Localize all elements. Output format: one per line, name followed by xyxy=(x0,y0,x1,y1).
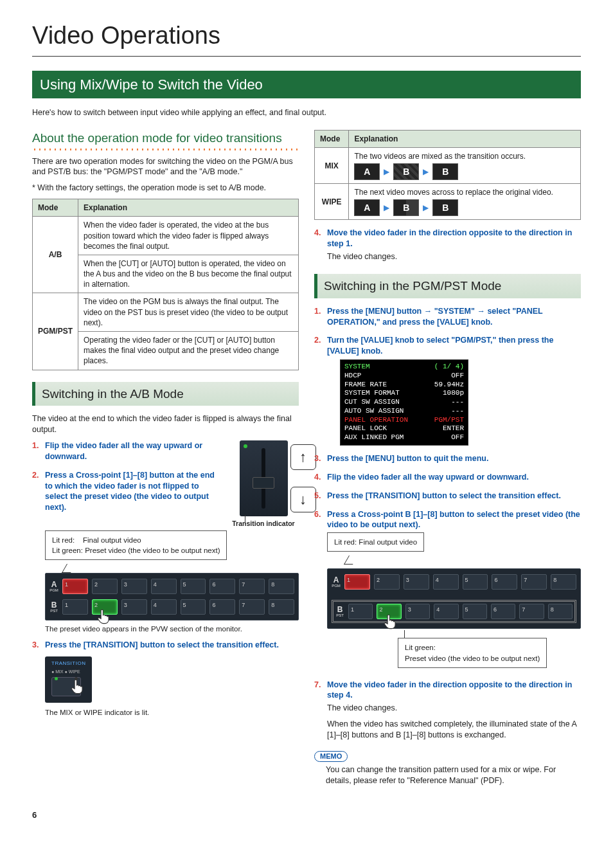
operation-mode-footnote: With the factory settings, the operation… xyxy=(32,183,299,194)
crosspoint-panel-ab: APGM 1 2 3 4 5 6 7 8 BPST 1 2 3 4 5 xyxy=(45,573,299,620)
crosspoint-a7-button[interactable]: 7 xyxy=(521,574,547,590)
transition-panel: TRANSITION ● MIX ● WIPE xyxy=(45,656,92,703)
table-header-explanation: Explanation xyxy=(349,130,581,147)
fader-caption: Transition indicator xyxy=(228,519,299,528)
frame-b: B xyxy=(432,199,458,216)
crosspoint-panel-pgm: APGM 1 2 3 4 5 6 7 8 BPST 1 xyxy=(327,568,581,629)
step-text: Flip the video fader all the way upward … xyxy=(327,473,529,482)
crosspoint-b5-button[interactable]: 5 xyxy=(181,599,206,615)
table-cell-wipe: WIPE xyxy=(315,184,349,220)
step-4: Move the video fader in the direction op… xyxy=(314,228,581,262)
triangle-icon: ▶ xyxy=(384,203,389,213)
crosspoint-b8-button[interactable]: 8 xyxy=(548,604,573,619)
crosspoint-a3-button[interactable]: 3 xyxy=(121,579,147,594)
crosspoint-b6-button[interactable]: 6 xyxy=(209,599,235,615)
step-text: Press the [TRANSITION] button to select … xyxy=(327,491,561,500)
menu-title: SYSTEM xyxy=(344,363,370,370)
pgm-step-6: Press a Cross-point B [1]–[8] button to … xyxy=(314,509,581,672)
crosspoint-a4-button[interactable]: 4 xyxy=(433,574,459,590)
operation-mode-paragraph: There are two operation modes for switch… xyxy=(32,156,299,178)
step-body: The video changes. xyxy=(327,251,581,262)
memo-badge: MEMO xyxy=(314,751,348,762)
crosspoint-a5-button[interactable]: 5 xyxy=(181,579,206,594)
legend-red-value: Final output video xyxy=(83,536,141,544)
section-heading: Using Mix/Wipe to Switch the Video xyxy=(32,71,581,98)
page-number: 6 xyxy=(32,809,581,821)
legend-green-label: Lit green: xyxy=(52,547,83,554)
legend-box-green: Lit green: Preset video (the video to be… xyxy=(398,638,547,667)
leader-line xyxy=(344,556,358,565)
crosspoint-b4-button[interactable]: 4 xyxy=(434,604,458,619)
crosspoint-a8-button[interactable]: 8 xyxy=(269,579,294,594)
crosspoint-a3-button[interactable]: 3 xyxy=(404,574,429,590)
frame-a: A xyxy=(354,199,380,216)
crosspoint-b2-button[interactable]: 2 xyxy=(92,599,118,615)
step-text: Turn the [VALUE] knob to select "PGM/PST… xyxy=(327,336,553,356)
mix-led-icon xyxy=(55,677,58,680)
ab-mode-intro: The video at the end to which the video … xyxy=(32,413,299,435)
legend-green-value: Preset video (the video to be output nex… xyxy=(85,547,220,554)
row-label-b: BPST xyxy=(335,606,344,617)
pgm-step-1: Press the [MENU] button → "SYSTEM" → sel… xyxy=(314,306,581,328)
legend-green-value: Preset video (the video to be output nex… xyxy=(405,653,540,664)
legend-box: Lit red: Final output video Lit green: P… xyxy=(45,530,227,560)
crosspoint-b1-button[interactable]: 1 xyxy=(348,604,373,619)
step-text: Press the [MENU] button to quit the menu… xyxy=(327,454,488,463)
wipe-led-icon xyxy=(75,677,78,680)
crosspoint-a6-button[interactable]: 6 xyxy=(492,574,517,590)
row-label-b: BPST xyxy=(49,601,58,613)
triangle-icon: ▶ xyxy=(423,203,429,213)
crosspoint-a7-button[interactable]: 7 xyxy=(239,579,265,594)
menu-page: ( 1/ 4) xyxy=(434,363,464,372)
mix-diagram: A ▶ B ▶ B xyxy=(354,163,575,180)
pgm-step-4: Flip the video fader all the way upward … xyxy=(314,472,581,483)
transition-label: TRANSITION xyxy=(51,660,85,667)
pgm-step-2: Turn the [VALUE] knob to select "PGM/PST… xyxy=(314,335,581,446)
crosspoint-a5-button[interactable]: 5 xyxy=(463,574,488,590)
subheading-ab-mode: Switching in the A/B Mode xyxy=(32,382,299,406)
crosspoint-b4-button[interactable]: 4 xyxy=(151,599,177,615)
after-transition-text: The MIX or WIPE indicator is lit. xyxy=(45,708,299,718)
leader-line xyxy=(62,564,76,573)
subheading-operation-mode: About the operation mode for video trans… xyxy=(32,130,299,147)
frame-mid: B xyxy=(393,199,419,216)
row-label-a: APGM xyxy=(49,581,58,592)
wipe-diagram: A ▶ B ▶ B xyxy=(354,199,575,216)
table-cell: When the video fader is operated, the vi… xyxy=(78,217,299,255)
crosspoint-b1-button[interactable]: 1 xyxy=(62,599,88,615)
leader-line xyxy=(245,515,245,524)
crosspoint-b8-button[interactable]: 8 xyxy=(269,599,294,615)
wipe-explanation: The next video moves across to replace t… xyxy=(354,188,553,197)
table-header-explanation: Explanation xyxy=(78,199,299,217)
intro-text: Here's how to switch between input video… xyxy=(32,107,581,118)
table-header-mode: Mode xyxy=(33,199,78,217)
page-title: Video Operations xyxy=(32,19,581,57)
crosspoint-a1-button[interactable]: 1 xyxy=(62,579,88,594)
frame-b: B xyxy=(432,163,458,180)
crosspoint-b3-button[interactable]: 3 xyxy=(405,604,430,619)
crosspoint-b7-button[interactable]: 7 xyxy=(239,599,265,615)
crosspoint-b3-button[interactable]: 3 xyxy=(121,599,147,615)
triangle-icon: ▶ xyxy=(384,167,389,177)
step-text: Move the video fader in the direction op… xyxy=(327,680,572,700)
table-cell-ab: A/B xyxy=(33,217,78,293)
crosspoint-a6-button[interactable]: 6 xyxy=(209,579,235,594)
mix-explanation: The two videos are mixed as the transiti… xyxy=(354,152,526,161)
crosspoint-a8-button[interactable]: 8 xyxy=(551,574,576,590)
transition-button[interactable] xyxy=(51,677,81,696)
step-text: Press a Cross-point B [1]–[8] button to … xyxy=(327,510,580,530)
crosspoint-a2-button[interactable]: 2 xyxy=(92,579,118,594)
arrow-right-icon: → xyxy=(477,307,485,316)
crosspoint-b5-button[interactable]: 5 xyxy=(463,604,487,619)
dotted-rule xyxy=(32,148,299,151)
crosspoint-b7-button[interactable]: 7 xyxy=(519,604,544,619)
crosspoint-a2-button[interactable]: 2 xyxy=(374,574,400,590)
step-2: Press a Cross-point [1]–[8] button at th… xyxy=(32,470,299,514)
crosspoint-b6-button[interactable]: 6 xyxy=(491,604,515,619)
crosspoint-b2-button[interactable]: 2 xyxy=(377,604,401,619)
crosspoint-a1-button[interactable]: 1 xyxy=(344,574,370,590)
step-3: Press the [TRANSITION] button to select … xyxy=(32,640,299,718)
mix-wipe-table: Mode Explanation MIX The two videos are … xyxy=(314,130,581,221)
crosspoint-a4-button[interactable]: 4 xyxy=(151,579,177,594)
step-text: Press the [MENU] button → "SYSTEM" → sel… xyxy=(327,307,542,327)
